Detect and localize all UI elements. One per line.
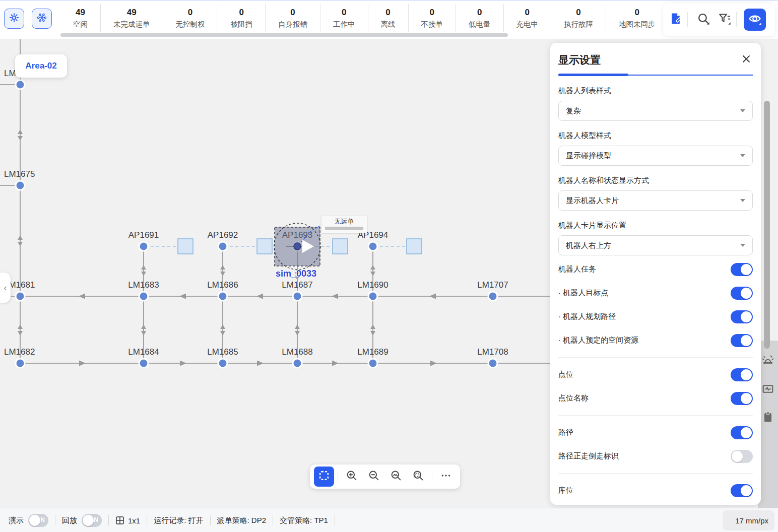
- marquee-select-button[interactable]: [314, 467, 334, 487]
- monitor-button[interactable]: [759, 381, 777, 399]
- divider: [335, 515, 335, 525]
- toggle-路径正走倒走标识[interactable]: [731, 450, 753, 463]
- status-counter-离线[interactable]: 0离线: [368, 4, 408, 32]
- map-node-LM1682[interactable]: [16, 359, 25, 368]
- panel-scrollbar[interactable]: [764, 101, 770, 349]
- status-counter-地图未同步[interactable]: 0地图未同步: [606, 4, 663, 32]
- node-label: LM1708: [477, 347, 508, 357]
- traffic-strategy-item[interactable]: 交管策略: TP1: [280, 516, 328, 525]
- panel-title: 显示设置: [558, 53, 601, 67]
- status-count: 0: [430, 7, 434, 18]
- status-count: 0: [239, 7, 244, 18]
- node-label: LM1675: [4, 169, 35, 179]
- search-button[interactable]: [695, 11, 712, 28]
- map-node-LM1687[interactable]: [293, 292, 302, 301]
- dock-square[interactable]: [257, 239, 272, 254]
- replay-toggle[interactable]: N: [82, 514, 102, 527]
- zoom-region-icon: [412, 470, 424, 484]
- close-button[interactable]: [740, 53, 753, 66]
- robot-progress-bar: [325, 227, 363, 230]
- clipboard-button[interactable]: [759, 409, 777, 427]
- toggle-label: · 机器人规划路径: [558, 312, 616, 321]
- select-1[interactable]: 显示碰撞模型: [558, 146, 753, 166]
- area-badge[interactable]: Area-02: [15, 54, 67, 78]
- toggle-knob: [732, 451, 743, 462]
- status-counter-低电量[interactable]: 0低电量: [456, 4, 503, 32]
- display-settings-button[interactable]: [744, 9, 766, 31]
- divider: [687, 12, 688, 27]
- status-count: 0: [290, 7, 295, 18]
- select-0[interactable]: 复杂: [558, 101, 753, 121]
- map-node-AP1691[interactable]: [139, 242, 148, 251]
- grid-layout-button[interactable]: 1x1: [115, 516, 140, 525]
- filter-button[interactable]: [716, 11, 733, 28]
- alarm-button[interactable]: [759, 353, 777, 371]
- map-node-LM1685[interactable]: [218, 359, 227, 368]
- chevron-down-icon: [740, 154, 745, 157]
- collapse-left-panel-handle[interactable]: ‹: [0, 273, 11, 303]
- run-record-item[interactable]: 运行记录: 打开: [154, 516, 203, 525]
- settings-button[interactable]: [4, 9, 24, 29]
- zoom-fit-button[interactable]: [386, 467, 406, 487]
- map-node-AP1692[interactable]: [218, 242, 227, 251]
- top-toolbar: 49空闲49未完成运单0无控制权0被阻挡0自身报错0工作中0离线0不接单0低电量…: [0, 0, 778, 39]
- status-counter-无控制权[interactable]: 0无控制权: [163, 4, 218, 32]
- status-counter-工作中[interactable]: 0工作中: [320, 4, 368, 32]
- toggle-库位[interactable]: [731, 484, 753, 497]
- status-label: 执行故障: [564, 19, 593, 29]
- map-node-LM1675[interactable]: [16, 181, 25, 190]
- toggle-路径[interactable]: [731, 426, 753, 439]
- demo-toggle[interactable]: N: [28, 514, 48, 527]
- map-node-AP1694[interactable]: [368, 242, 377, 251]
- toggle-label: · 机器人预定的空间资源: [558, 336, 638, 345]
- chevron-down-icon: [740, 244, 745, 247]
- zoom-out-button[interactable]: [364, 467, 384, 487]
- chevron-down-icon: [740, 199, 745, 202]
- toggle-knob: [741, 427, 752, 438]
- status-counter-执行故障[interactable]: 0执行故障: [551, 4, 606, 32]
- map-node-LM1690[interactable]: [368, 292, 377, 301]
- zoom-region-button[interactable]: [408, 467, 428, 487]
- map-node-LM1681[interactable]: [16, 292, 25, 301]
- status-counter-不接单[interactable]: 0不接单: [408, 4, 456, 32]
- node-label: AP1691: [128, 230, 159, 240]
- arrow-down-icon: [18, 136, 23, 141]
- toggle-点位名称[interactable]: [731, 392, 753, 405]
- map-node-LM1707[interactable]: [488, 292, 497, 301]
- toggle-· 机器人预定的空间资源[interactable]: [731, 334, 753, 347]
- status-counter-空闲[interactable]: 49空闲: [60, 4, 100, 32]
- toggle-点位[interactable]: [731, 368, 753, 381]
- map-node-LM1686[interactable]: [218, 292, 227, 301]
- dispatch-strategy-item[interactable]: 派单策略: DP2: [217, 516, 267, 525]
- divider: [338, 471, 338, 483]
- network-button[interactable]: [32, 9, 52, 29]
- zoom-in-button[interactable]: [342, 467, 362, 487]
- map-node-LM1708[interactable]: [488, 359, 497, 368]
- status-counter-被阻挡[interactable]: 0被阻挡: [218, 4, 266, 32]
- status-counter-充电中[interactable]: 0充电中: [503, 4, 551, 32]
- edit-map-button[interactable]: [667, 11, 684, 28]
- status-counter-未完成运单[interactable]: 49未完成运单: [100, 4, 163, 32]
- dock-square[interactable]: [178, 239, 193, 254]
- map-node-LM[interactable]: [16, 80, 25, 89]
- toggle-机器人任务[interactable]: [731, 263, 753, 276]
- more-button[interactable]: [436, 467, 456, 487]
- status-counter-自身报错[interactable]: 0自身报错: [265, 4, 320, 32]
- select-2[interactable]: 显示机器人卡片: [558, 190, 753, 211]
- map-node-LM1689[interactable]: [368, 359, 377, 368]
- display-settings-panel: 显示设置 机器人列表样式 复杂机器人模型样式 显示碰撞模型机器人名称和状态显示方…: [550, 43, 761, 505]
- dock-square[interactable]: [333, 239, 348, 254]
- map-node-LM1688[interactable]: [293, 359, 302, 368]
- map-node-LM1684[interactable]: [139, 359, 148, 368]
- status-label: 未完成运单: [113, 19, 150, 29]
- toggle-knob: [741, 311, 752, 322]
- toggle-· 机器人目标点[interactable]: [731, 287, 753, 300]
- robot-name-label: sim_0033: [276, 269, 316, 279]
- toggle-· 机器人规划路径[interactable]: [731, 310, 753, 323]
- select-3[interactable]: 机器人右上方: [558, 235, 753, 255]
- status-scrollbar[interactable]: [60, 33, 508, 37]
- dock-square[interactable]: [407, 239, 422, 254]
- status-label: 自身报错: [278, 19, 307, 29]
- map-node-LM1683[interactable]: [139, 292, 148, 301]
- arrow-left-icon: [429, 294, 436, 299]
